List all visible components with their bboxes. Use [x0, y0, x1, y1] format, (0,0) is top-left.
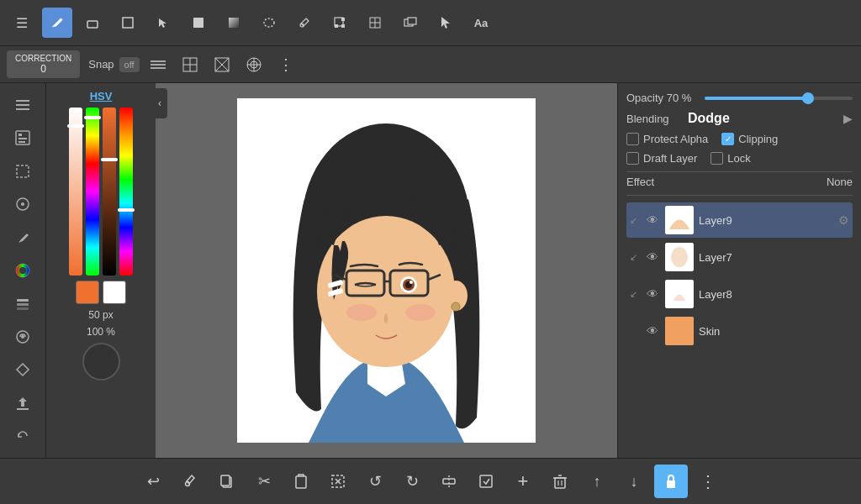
saturation-slider[interactable]	[86, 108, 99, 276]
layer-arrow-9: ↙	[630, 215, 640, 226]
draft-layer-box[interactable]	[626, 152, 639, 165]
effect-row: Effect None	[626, 171, 853, 188]
color-preview	[76, 281, 126, 304]
deselect-bottom-button[interactable]	[321, 465, 355, 498]
blending-row: Blending Dodge ▶	[626, 111, 853, 126]
background-swatch[interactable]	[103, 281, 126, 304]
transform-button[interactable]	[325, 8, 355, 38]
undo-side-button[interactable]	[6, 422, 40, 451]
canvas-area[interactable]	[156, 83, 617, 458]
navigator-button[interactable]	[6, 123, 40, 152]
mesh-button[interactable]	[360, 8, 390, 38]
layer-eye-9[interactable]: 👁	[645, 213, 660, 227]
transform-side-button[interactable]	[6, 355, 40, 385]
add-layer-bottom-button[interactable]: +	[506, 465, 540, 498]
foreground-swatch[interactable]	[76, 281, 99, 304]
layer-eye-7[interactable]: 👁	[645, 250, 660, 264]
layer-eye-8[interactable]: 👁	[645, 287, 660, 301]
brush-side-button[interactable]	[6, 189, 40, 218]
layer-eye-skin[interactable]: 👁	[645, 324, 660, 338]
ruler-lines-button[interactable]	[145, 51, 172, 78]
draft-layer-label: Draft Layer	[643, 152, 697, 165]
pen-side-button[interactable]	[6, 223, 40, 252]
layer-item-skin[interactable]: ↙ 👁 Skin	[626, 313, 853, 349]
svg-rect-79	[480, 475, 492, 487]
gradient-fill-button[interactable]	[219, 8, 249, 38]
export-side-button[interactable]	[6, 388, 40, 417]
protect-alpha-box[interactable]	[626, 133, 639, 145]
svg-rect-30	[16, 108, 29, 110]
more-bottom-button[interactable]: ⋮	[691, 465, 725, 498]
flip-bottom-button[interactable]	[432, 465, 466, 498]
layer-item-7[interactable]: ↙ 👁 Layer7	[626, 239, 853, 275]
svg-rect-41	[17, 303, 29, 306]
brightness-slider[interactable]	[69, 108, 82, 276]
svg-rect-85	[667, 480, 675, 488]
layer-gear-9[interactable]: ⚙	[838, 213, 849, 227]
blending-value[interactable]: Dodge	[688, 111, 730, 126]
layer-transform-button[interactable]	[395, 8, 425, 38]
lock-bottom-button[interactable]	[654, 465, 688, 498]
effects-side-button[interactable]	[6, 322, 40, 351]
hue-slider[interactable]	[119, 108, 133, 276]
menu-button[interactable]: ☰	[7, 8, 37, 38]
eyedropper-button[interactable]	[289, 8, 320, 38]
svg-point-44	[21, 335, 24, 339]
lock-checkbox[interactable]: Lock	[710, 152, 750, 165]
protect-alpha-checkbox[interactable]: Protect Alpha	[626, 133, 708, 145]
pen-tool-button[interactable]	[42, 8, 72, 38]
correction-button[interactable]: CORRECTION 0	[7, 50, 80, 78]
cursor-button[interactable]	[430, 8, 461, 38]
hsv-label[interactable]: HSV	[90, 90, 113, 102]
clipping-checkbox[interactable]: Clipping	[721, 133, 778, 145]
delete-layer-bottom-button[interactable]	[543, 465, 577, 498]
layers-list: ↙ 👁 Layer9 ⚙ ↙ 👁	[626, 202, 853, 449]
svg-rect-8	[341, 18, 345, 21]
undo-bottom-button[interactable]: ↩	[136, 465, 170, 498]
eyedropper-bottom-button[interactable]	[173, 465, 207, 498]
diagonal-lines-button[interactable]	[209, 51, 235, 78]
color-panel-toggle-button[interactable]: ‹	[152, 88, 167, 118]
color-wheel-button[interactable]	[6, 255, 40, 285]
color-panel: ‹ HSV 50 px 100 %	[46, 83, 156, 458]
edit-bottom-button[interactable]	[469, 465, 503, 498]
value-slider[interactable]	[103, 108, 116, 276]
svg-rect-35	[17, 165, 29, 177]
text-button[interactable]: Aa	[466, 8, 496, 38]
clipping-box[interactable]	[721, 133, 734, 145]
opacity-label: 100 %	[87, 326, 115, 338]
opacity-slider[interactable]	[705, 97, 853, 100]
blending-arrow-icon[interactable]: ▶	[843, 112, 853, 125]
radial-lines-button[interactable]	[240, 51, 267, 78]
svg-rect-40	[17, 299, 29, 302]
layer-item-8[interactable]: ↙ 👁 Layer8	[626, 276, 853, 312]
draft-layer-checkbox[interactable]: Draft Layer	[626, 152, 697, 165]
lock-box[interactable]	[710, 152, 723, 165]
layer-item-9[interactable]: ↙ 👁 Layer9 ⚙	[626, 202, 853, 238]
svg-rect-7	[341, 24, 345, 28]
select-tool-button[interactable]	[148, 8, 178, 38]
lasso-button[interactable]	[254, 8, 284, 38]
move-down-bottom-button[interactable]: ↓	[617, 465, 651, 498]
copy-bottom-button[interactable]	[210, 465, 244, 498]
layer-arrow-7: ↙	[630, 252, 640, 263]
eraser-tool-button[interactable]	[77, 8, 108, 38]
lock-label: Lock	[727, 152, 750, 165]
fill-rect-button[interactable]	[183, 8, 214, 38]
snap-toggle-button[interactable]: off	[119, 57, 140, 72]
sidebar-menu-button[interactable]	[6, 90, 40, 119]
layer-name-9: Layer9	[699, 214, 833, 227]
rectangle-tool-button[interactable]	[113, 8, 143, 38]
paste-bottom-button[interactable]	[284, 465, 318, 498]
layer-thumb-7	[665, 243, 694, 271]
rotate-ccw-bottom-button[interactable]: ↺	[358, 465, 392, 498]
rotate-cw-bottom-button[interactable]: ↻	[395, 465, 429, 498]
move-up-bottom-button[interactable]: ↑	[580, 465, 614, 498]
grid-button[interactable]	[177, 51, 203, 78]
more-options-secondary-button[interactable]: ⋮	[272, 51, 299, 78]
layers-side-button[interactable]	[6, 289, 40, 318]
blending-label: Blending	[626, 113, 681, 125]
cut-bottom-button[interactable]: ✂	[247, 465, 281, 498]
svg-point-61	[409, 281, 413, 284]
select-side-button[interactable]	[6, 156, 40, 186]
